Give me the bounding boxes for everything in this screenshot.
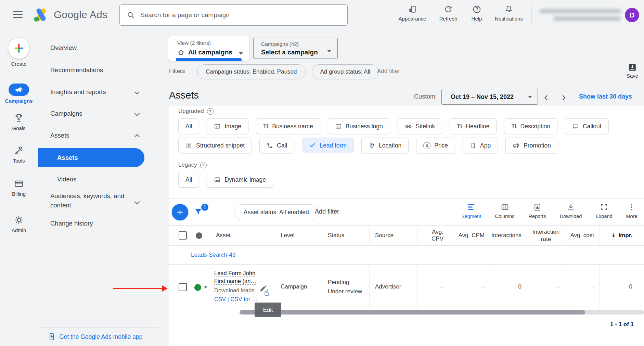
rail-item-campaigns[interactable]: Campaigns xyxy=(0,84,38,104)
asset-type-chip-description[interactable]: Tt Description xyxy=(504,118,557,134)
header-avg-cpm[interactable]: Avg. CPM xyxy=(449,226,490,245)
asset-type-chip-all[interactable]: All xyxy=(178,118,199,134)
header-avg-cpv[interactable]: Avg. CPV xyxy=(417,226,449,245)
header-avg-cost[interactable]: Avg. cost xyxy=(565,226,600,245)
nav-item-campaigns[interactable]: Campaigns xyxy=(38,107,169,120)
nav-item-overview[interactable]: Overview xyxy=(38,42,169,54)
nav-item-audiences-keywords-content[interactable]: Audiences, keywords, and content xyxy=(38,191,141,210)
filter-chip-campaign-status[interactable]: Campaign status: Enabled, Paused xyxy=(197,64,306,79)
cell-avg-cpm: – xyxy=(449,265,490,309)
row-checkbox[interactable] xyxy=(179,283,187,291)
add-filter-link[interactable]: Add filter xyxy=(377,68,400,75)
status-enabled-dot[interactable] xyxy=(194,284,201,291)
nav-item-change-history[interactable]: Change history xyxy=(38,217,169,230)
appearance-button[interactable]: Appearance xyxy=(396,4,428,22)
asset-status-chip[interactable]: Asset status: All enabled xyxy=(234,204,319,220)
asset-type-chip-lead-form-selected[interactable]: Lead form xyxy=(302,138,354,153)
help-circle-icon[interactable]: ? xyxy=(200,162,207,168)
refresh-button[interactable]: Refresh xyxy=(434,4,463,22)
asset-table-row[interactable]: Lead Form John First name (an… Download … xyxy=(169,265,644,309)
view-selector[interactable]: View (2 filters) All campaigns xyxy=(168,36,249,61)
help-button[interactable]: Help xyxy=(463,4,490,22)
asset-type-chip-headline[interactable]: Tt Headline xyxy=(450,118,497,134)
asset-type-chip-price[interactable]: $ Price xyxy=(416,138,455,153)
more-button[interactable]: More xyxy=(619,203,644,219)
nav-item-insights-and-reports[interactable]: Insights and reports xyxy=(38,86,169,98)
megaphone-icon xyxy=(513,142,520,149)
horizontal-scrollbar-thumb[interactable] xyxy=(240,310,585,315)
asset-type-chip-call[interactable]: Call xyxy=(259,138,294,153)
status-line1: Pending xyxy=(328,278,349,287)
date-range-selector[interactable]: Oct 19 – Nov 15, 2022 xyxy=(441,89,538,105)
campaign-selector[interactable]: Campaigns (42) Select a campaign xyxy=(253,38,338,59)
legacy-chip-dynamic-image[interactable]: Dynamic image xyxy=(207,172,273,188)
add-asset-button[interactable] xyxy=(172,204,188,220)
download-leads-link[interactable]: Download leads xyxy=(214,287,254,294)
main-menu-icon[interactable] xyxy=(13,11,23,19)
google-ads-app: Google Ads Appearance xyxy=(0,0,644,346)
select-all-checkbox[interactable] xyxy=(179,231,187,240)
asset-name-line2[interactable]: First name (an… xyxy=(214,278,256,285)
status-dropdown-caret[interactable] xyxy=(204,286,207,289)
asset-type-chip-callout[interactable]: Callout xyxy=(565,118,608,134)
home-icon xyxy=(177,49,185,56)
dropdown-arrow-icon xyxy=(327,50,331,52)
dropdown-arrow-icon xyxy=(528,96,532,98)
asset-type-chip-business-logo[interactable]: Business logo xyxy=(328,118,390,134)
reports-button[interactable]: Reports xyxy=(524,203,550,219)
bell-icon xyxy=(491,4,527,14)
asset-type-chip-structured-snippet[interactable]: Structured snippet xyxy=(178,138,252,153)
rail-item-tools[interactable]: Tools xyxy=(0,145,38,164)
save-button[interactable]: Save xyxy=(622,63,643,79)
google-ads-logo xyxy=(33,7,50,23)
status-dot-header[interactable] xyxy=(196,232,202,239)
date-prev-button[interactable]: ‹ xyxy=(544,90,548,103)
show-last-30-days-link[interactable]: Show last 30 days xyxy=(579,93,632,100)
asset-type-chip-promotion[interactable]: Promotion xyxy=(505,138,558,153)
avatar[interactable]: D xyxy=(625,8,639,22)
mobile-app-link[interactable]: Get the Google Ads mobile app xyxy=(48,333,142,341)
nav-item-recommendations[interactable]: Recommendations xyxy=(38,64,169,76)
rail-item-create[interactable]: Create xyxy=(0,38,38,67)
segment-button[interactable]: Segment xyxy=(458,203,484,219)
table-add-filter-link[interactable]: Add filter xyxy=(315,208,339,215)
red-annotation-arrow xyxy=(113,288,163,289)
sort-desc-arrow-icon xyxy=(611,233,616,238)
global-search[interactable] xyxy=(119,4,348,26)
nav-item-assets[interactable]: Assets xyxy=(38,129,169,142)
rail-item-billing[interactable]: Billing xyxy=(0,179,38,197)
search-input[interactable] xyxy=(140,11,347,19)
nav-item-videos[interactable]: Videos xyxy=(38,173,169,185)
asset-name-line1[interactable]: Lead Form John xyxy=(214,270,255,277)
asset-type-chip-location[interactable]: Location xyxy=(361,138,409,153)
expand-button[interactable]: Expand xyxy=(591,203,617,219)
download-icon xyxy=(558,203,584,212)
help-circle-icon[interactable]: ? xyxy=(207,108,214,115)
filter-chip-ad-group-status[interactable]: Ad group status: All xyxy=(312,64,379,79)
download-button[interactable]: Download xyxy=(558,203,584,219)
header-impr-sorted[interactable]: Impr. xyxy=(600,226,644,245)
more-vertical-icon xyxy=(619,203,644,212)
campaign-link[interactable]: Leads-Search-43 xyxy=(191,246,235,264)
date-next-button[interactable]: › xyxy=(562,90,566,103)
asset-type-chip-sitelink[interactable]: Sitelink xyxy=(398,118,442,134)
rail-item-admin[interactable]: Admin xyxy=(0,215,38,233)
csv-links[interactable]: CSV | CSV for … xyxy=(214,295,257,303)
header-interaction-rate[interactable]: Interaction rate xyxy=(527,226,565,245)
legacy-chip-all[interactable]: All xyxy=(178,172,199,188)
columns-button[interactable]: Columns xyxy=(492,203,518,219)
megaphone-icon xyxy=(9,84,29,96)
filters-label: Filters xyxy=(169,68,185,75)
asset-type-chip-app[interactable]: App xyxy=(463,138,498,153)
header-status[interactable]: Status xyxy=(322,226,369,245)
header-source[interactable]: Source xyxy=(369,226,417,245)
asset-type-chip-image[interactable]: Image xyxy=(207,118,248,134)
rail-item-goals[interactable]: Goals xyxy=(0,113,38,131)
account-info-redacted xyxy=(536,8,621,24)
notifications-button[interactable]: Notifications xyxy=(491,4,527,22)
asset-type-chip-business-name[interactable]: Tt Business name xyxy=(256,118,320,134)
upgraded-chip-row-2: Structured snippet Call Lead form Lo xyxy=(178,138,558,153)
header-interactions[interactable]: Interactions xyxy=(490,226,527,245)
header-level[interactable]: Level xyxy=(275,226,322,245)
nav-item-assets-selected[interactable]: Assets xyxy=(38,148,144,167)
